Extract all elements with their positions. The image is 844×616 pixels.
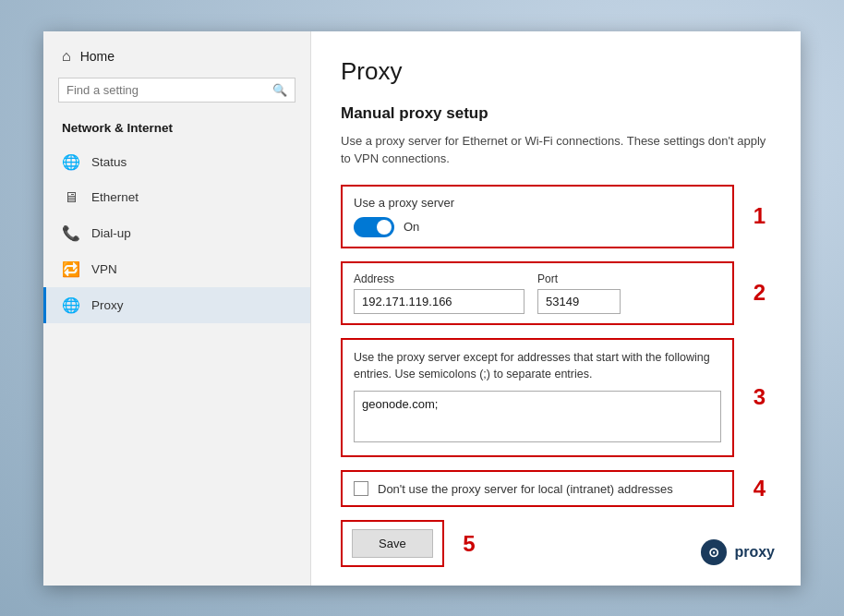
home-label: Home <box>80 49 115 64</box>
exceptions-textarea[interactable] <box>354 391 721 442</box>
annotation-1: 1 <box>754 203 766 229</box>
dialup-icon: 📞 <box>62 224 80 242</box>
local-intranet-checkbox[interactable] <box>354 481 368 496</box>
sidebar-item-status[interactable]: 🌐 Status <box>43 144 310 180</box>
brand-corner: ⊙ proxy <box>701 539 775 565</box>
local-intranet-label: Don't use the proxy server for local (in… <box>378 482 673 496</box>
ethernet-icon: 🖥 <box>62 189 80 206</box>
sidebar-item-label: Proxy <box>91 298 124 312</box>
search-icon: 🔍 <box>272 83 287 97</box>
local-intranet-box: Don't use the proxy server for local (in… <box>341 470 734 507</box>
sidebar-item-label: Ethernet <box>91 190 139 204</box>
annotation-4: 4 <box>754 476 766 501</box>
exceptions-description: Use the proxy server except for addresse… <box>354 349 721 384</box>
home-nav-item[interactable]: ⌂ Home <box>43 31 310 78</box>
vpn-icon: 🔁 <box>62 260 80 278</box>
exceptions-box: Use the proxy server except for addresse… <box>341 338 734 458</box>
section-title: Manual proxy setup <box>341 104 771 123</box>
proxy-server-label: Use a proxy server <box>354 196 721 210</box>
address-input[interactable] <box>354 289 524 314</box>
proxy-toggle-switch[interactable] <box>354 217 394 237</box>
description: Use a proxy server for Ethernet or Wi-Fi… <box>341 132 771 168</box>
status-icon: 🌐 <box>62 153 80 171</box>
port-input[interactable] <box>537 289 621 314</box>
annotation-5: 5 <box>463 531 475 557</box>
sidebar-item-dialup[interactable]: 📞 Dial-up <box>43 215 310 251</box>
address-label: Address <box>354 272 524 285</box>
sidebar-item-label: Dial-up <box>91 226 131 240</box>
proxy-icon: 🌐 <box>62 296 80 314</box>
address-port-box: Address Port 2 <box>341 261 734 325</box>
save-button[interactable]: Save <box>352 529 433 558</box>
brand-icon: ⊙ <box>701 539 727 565</box>
annotation-2: 2 <box>754 280 766 306</box>
sidebar-item-vpn[interactable]: 🔁 VPN <box>43 251 310 287</box>
search-box[interactable]: 🔍 <box>58 78 295 103</box>
sidebar-item-proxy[interactable]: 🌐 Proxy <box>43 287 310 323</box>
home-icon: ⌂ <box>62 48 71 65</box>
sidebar-section-title: Network & Internet <box>43 115 310 144</box>
search-input[interactable] <box>66 83 267 97</box>
save-box: Save 5 <box>341 520 444 567</box>
toggle-state-label: On <box>404 220 419 234</box>
brand-name: proxy <box>734 544 775 561</box>
main-content: Proxy Manual proxy setup Use a proxy ser… <box>311 31 801 586</box>
sidebar-item-label: Status <box>91 155 127 169</box>
sidebar-item-ethernet[interactable]: 🖥 Ethernet <box>43 180 310 215</box>
sidebar: ⌂ Home 🔍 Network & Internet 🌐 Status 🖥 E… <box>43 31 311 586</box>
sidebar-item-label: VPN <box>91 262 117 276</box>
port-label: Port <box>537 272 621 285</box>
annotation-3: 3 <box>754 384 766 410</box>
proxy-toggle-box: Use a proxy server On 1 <box>341 185 734 248</box>
page-title: Proxy <box>341 57 771 86</box>
